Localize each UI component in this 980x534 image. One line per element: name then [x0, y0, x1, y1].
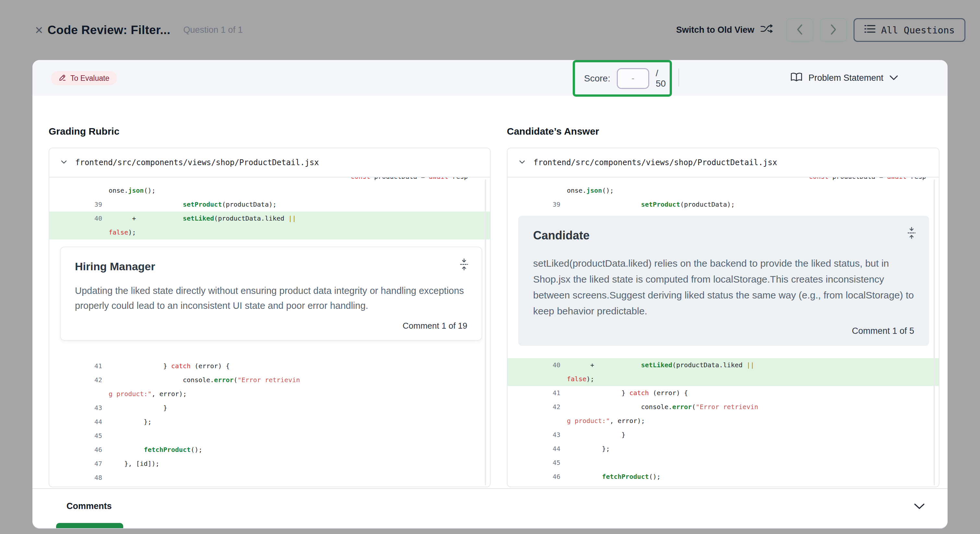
all-questions-label: All Questions	[881, 25, 955, 36]
comment-pagination: Comment 1 of 5	[533, 326, 914, 336]
code-lines-bottom: 40 + setLiked(productData.liked ||false)…	[508, 358, 939, 484]
next-question-button[interactable]	[820, 18, 847, 42]
question-counter: Question 1 of 1	[183, 25, 243, 35]
score-label: Score:	[584, 73, 610, 84]
score-group: Score: / 50	[573, 60, 672, 97]
comment-pagination: Comment 1 of 19	[75, 321, 467, 331]
problem-statement-toggle[interactable]: Problem Statement	[790, 60, 898, 96]
code-lines-bottom: 41 } catch (error) {42 console.error("Er…	[49, 359, 490, 485]
score-max: / 50	[656, 68, 670, 89]
file-path: frontend/src/components/views/shop/Produ…	[533, 158, 777, 167]
collapse-comments-chevron-icon[interactable]	[914, 503, 925, 511]
pencil-icon	[59, 73, 67, 83]
close-icon[interactable]: ×	[35, 23, 43, 37]
grading-rubric-panel: frontend/src/components/views/shop/Produ…	[49, 148, 491, 487]
tab-comments[interactable]: Comments	[67, 501, 112, 511]
toolbar-strip: To Evaluate Score: / 50 Problem Statemen…	[32, 60, 948, 96]
toolbar-divider	[678, 69, 679, 87]
candidate-comment-card: Candidate setLiked(productData.liked) re…	[518, 216, 929, 346]
chevron-down-icon	[889, 73, 898, 83]
hiring-manager-comment-card: Hiring Manager Updating the liked state …	[60, 247, 482, 341]
prev-question-button[interactable]	[786, 18, 813, 42]
review-card: To Evaluate Score: / 50 Problem Statemen…	[32, 60, 948, 528]
candidate-answer-panel: frontend/src/components/views/shop/Produ…	[507, 148, 939, 487]
collapse-chevron-icon	[519, 159, 525, 166]
comments-bar: Comments	[32, 488, 948, 528]
chevron-left-icon	[796, 23, 803, 37]
list-icon	[864, 24, 876, 36]
collapse-chevron-icon	[61, 159, 67, 166]
code-lines-top: const productData = await response.json(…	[508, 177, 939, 212]
shuffle-icon	[760, 24, 773, 36]
page-title: Code Review: Filter...	[48, 23, 170, 37]
status-badge-label: To Evaluate	[70, 74, 109, 83]
book-icon	[790, 72, 803, 84]
code-area[interactable]: const productData = await response.json(…	[49, 177, 490, 487]
top-header: × Code Review: Filter... Question 1 of 1…	[0, 0, 980, 60]
switch-view-label: Switch to Old View	[676, 25, 754, 35]
file-path: frontend/src/components/views/shop/Produ…	[75, 158, 319, 167]
score-input[interactable]	[617, 68, 649, 89]
scrollbar[interactable]	[485, 179, 486, 485]
problem-statement-label: Problem Statement	[808, 73, 883, 83]
active-tab-indicator	[56, 523, 123, 528]
grading-rubric-heading: Grading Rubric	[49, 126, 119, 137]
all-questions-button[interactable]: All Questions	[854, 18, 966, 42]
status-badge: To Evaluate	[51, 71, 117, 85]
comment-author: Candidate	[533, 229, 914, 242]
switch-view-button[interactable]: Switch to Old View	[676, 24, 773, 36]
code-lines-top: const productData = await response.json(…	[49, 177, 490, 239]
comment-body: setLiked(productData.liked) relies on th…	[533, 255, 914, 319]
drag-handle-icon[interactable]	[459, 258, 469, 272]
scrollbar[interactable]	[934, 179, 935, 485]
comment-body: Updating the liked state directly withou…	[75, 283, 467, 313]
file-header[interactable]: frontend/src/components/views/shop/Produ…	[508, 148, 939, 177]
comment-author: Hiring Manager	[75, 260, 467, 273]
code-area[interactable]: const productData = await response.json(…	[508, 177, 939, 487]
drag-handle-icon[interactable]	[907, 227, 917, 241]
file-header[interactable]: frontend/src/components/views/shop/Produ…	[49, 148, 490, 177]
chevron-right-icon	[829, 23, 837, 37]
candidate-answer-heading: Candidate’s Answer	[507, 126, 599, 137]
